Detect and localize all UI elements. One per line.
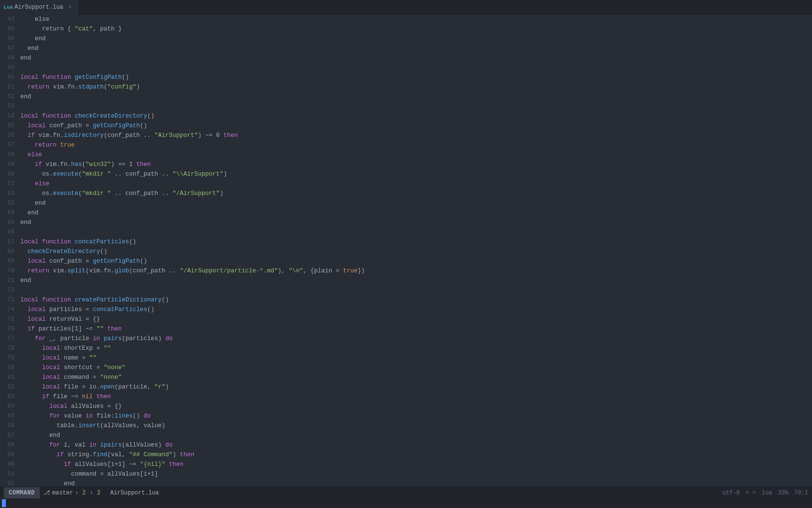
line-number: 86: [2, 421, 14, 431]
code-token-call: ipairs: [100, 442, 122, 448]
line-number: 46: [2, 34, 14, 44]
code-line[interactable]: for _, particle in pairs(particles) do: [20, 334, 812, 344]
code-token-call: glob: [115, 268, 129, 274]
line-number: 87: [2, 431, 14, 440]
code-line[interactable]: else: [20, 179, 812, 189]
code-line[interactable]: return vim.fn.stdpath("config"): [20, 82, 812, 92]
line-number: 65: [2, 218, 14, 227]
code-line[interactable]: else: [20, 15, 812, 24]
code-line[interactable]: [20, 102, 812, 111]
line-number: 64: [2, 208, 14, 218]
code-line[interactable]: for i, val in ipairs(allValues) do: [20, 440, 812, 450]
line-number: 68: [2, 247, 14, 256]
code-line[interactable]: end: [20, 34, 812, 44]
code-line[interactable]: end: [20, 208, 812, 218]
code-line[interactable]: else: [20, 150, 812, 160]
code-line[interactable]: end: [20, 92, 812, 102]
code-token-plain: allValues[i+1] ~=: [71, 461, 140, 468]
line-number: 90: [2, 460, 14, 469]
code-token-kw: if: [57, 451, 64, 458]
code-token-plain: ): [223, 171, 227, 178]
code-line[interactable]: local command = "none": [20, 373, 812, 382]
code-line[interactable]: checkCreateDirectory(): [20, 247, 812, 256]
code-line[interactable]: local returnVal = {}: [20, 314, 812, 324]
code-line[interactable]: [20, 63, 812, 73]
code-token-plain: particles =: [46, 306, 93, 313]
code-token-plain: (particle,: [115, 384, 155, 390]
code-token-plain: return {: [20, 26, 75, 32]
code-token-plain: end: [20, 35, 46, 42]
line-number: 72: [2, 285, 14, 295]
code-token-kw: function: [42, 113, 71, 120]
code-line[interactable]: if particles[1] ~= "" then: [20, 324, 812, 334]
line-number: 88: [2, 440, 14, 450]
code-line[interactable]: return true: [20, 140, 812, 150]
code-token-kw: for: [35, 335, 46, 342]
code-line[interactable]: local file = io.open(particle, "r"): [20, 382, 812, 392]
cmd-line[interactable]: [0, 498, 812, 508]
code-line[interactable]: local conf_path = getConfigPath(): [20, 121, 812, 131]
code-content[interactable]: else return { "cat", path } end endend l…: [18, 15, 812, 487]
code-line[interactable]: for value in file:lines() do: [20, 411, 812, 421]
code-token-kw: local: [28, 306, 46, 313]
code-token-plain: vim.fn.: [35, 132, 64, 139]
code-line[interactable]: end: [20, 276, 812, 285]
code-line[interactable]: return { "cat", path }: [20, 24, 812, 34]
code-line[interactable]: os.execute("mkdir " .. conf_path .. "\\A…: [20, 169, 812, 179]
tab-airsupport[interactable]: Lua AirSupport.lua ×: [0, 0, 79, 15]
code-token-kw: if: [42, 393, 49, 400]
code-token-kw: then: [180, 451, 194, 458]
code-line[interactable]: local conf_path = getConfigPath(): [20, 256, 812, 266]
code-token-plain: [20, 345, 42, 352]
code-token-plain: [20, 393, 42, 400]
line-number: 59: [2, 160, 14, 169]
code-line[interactable]: if allValues[i+1] ~= "{nil}" then: [20, 460, 812, 469]
code-line[interactable]: os.execute("mkdir " .. conf_path .. "/Ai…: [20, 189, 812, 198]
code-line[interactable]: local shortExp = "": [20, 344, 812, 353]
code-token-kw: in: [89, 442, 97, 448]
code-line[interactable]: end: [20, 198, 812, 208]
code-line[interactable]: local allValues = {}: [20, 402, 812, 411]
code-token-plain: [97, 442, 101, 448]
code-token-plain: [20, 180, 35, 187]
code-token-plain: file = io.: [60, 384, 101, 390]
code-line[interactable]: local function createParticleDictionary(…: [20, 295, 812, 305]
code-line[interactable]: [20, 227, 812, 237]
code-line[interactable]: local name = "": [20, 353, 812, 363]
code-line[interactable]: local particles = concatParticles(): [20, 305, 812, 314]
code-line[interactable]: [20, 285, 812, 295]
code-token-plain: particles[1] ~=: [35, 326, 97, 332]
code-line[interactable]: end: [20, 431, 812, 440]
code-line[interactable]: return vim.split(vim.fn.glob(conf_path .…: [20, 266, 812, 276]
code-line[interactable]: if vim.fn.has("win32") == 1 then: [20, 160, 812, 169]
code-token-plain: [20, 364, 42, 371]
code-token-call: split: [68, 268, 86, 274]
code-line[interactable]: end: [20, 218, 812, 227]
code-token-kw: in: [86, 413, 93, 419]
line-number: 74: [2, 305, 14, 314]
code-line[interactable]: if vim.fn.isdirectory(conf_path .. "AirS…: [20, 131, 812, 140]
status-mode: COMMAND: [4, 487, 40, 499]
code-token-plain: (: [78, 171, 82, 178]
code-line[interactable]: end: [20, 44, 812, 53]
code-line[interactable]: command = allValues[i+1]: [20, 469, 812, 479]
code-line[interactable]: local shortcut = "none": [20, 363, 812, 373]
code-token-kw: local: [49, 403, 68, 410]
code-token-call: lines: [115, 413, 133, 419]
line-number: 84: [2, 402, 14, 411]
code-token-str: "": [89, 355, 97, 361]
code-line[interactable]: if file ~= nil then: [20, 392, 812, 402]
code-token-kw: local: [20, 74, 39, 81]
code-line[interactable]: local function getConfigPath(): [20, 73, 812, 82]
line-number: 60: [2, 169, 14, 179]
code-line[interactable]: if string.find(val, "## Command") then: [20, 450, 812, 460]
code-line[interactable]: end: [20, 53, 812, 63]
tab-close-button[interactable]: ×: [66, 3, 74, 11]
code-line[interactable]: local function checkCreateDirectory(): [20, 111, 812, 121]
code-token-kw: if: [28, 132, 35, 139]
code-line[interactable]: end: [20, 479, 812, 487]
line-number: 75: [2, 314, 14, 324]
code-line[interactable]: local function concatParticles(): [20, 237, 812, 247]
code-token-plain: (allValues): [122, 442, 165, 448]
code-line[interactable]: table.insert(allValues, value): [20, 421, 812, 431]
